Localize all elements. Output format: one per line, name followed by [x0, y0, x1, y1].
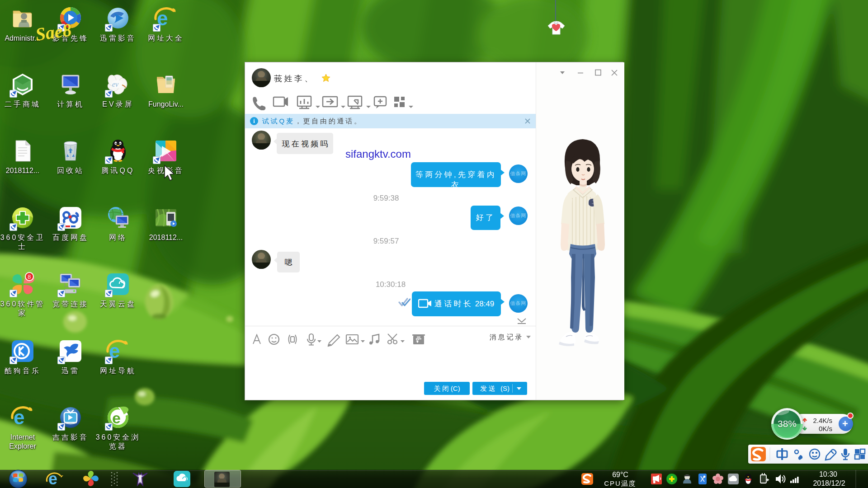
svg-text:8: 8 [28, 273, 31, 280]
svg-text:ev: ev [112, 80, 119, 88]
svg-text:e: e [112, 409, 121, 427]
svg-text:CPU温度: CPU温度 [604, 479, 637, 487]
svg-text:2018/12/2: 2018/12/2 [813, 479, 845, 487]
svg-text:e: e [48, 469, 57, 488]
svg-text:10:30: 10:30 [819, 470, 837, 478]
svg-text:0K/s: 0K/s [819, 425, 832, 432]
svg-text:69°C: 69°C [612, 471, 628, 479]
svg-text:2.4K/s: 2.4K/s [813, 417, 832, 424]
svg-text:¥: ¥ [415, 338, 419, 344]
